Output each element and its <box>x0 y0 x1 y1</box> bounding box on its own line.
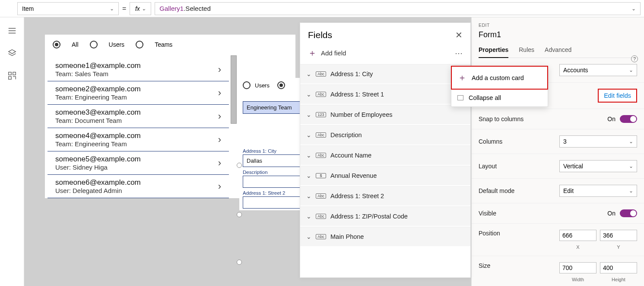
list-item[interactable]: someone1@example.com Team: Sales Team › <box>48 58 229 81</box>
prop-position-x[interactable] <box>559 230 596 241</box>
chevron-down-icon: ⌄ <box>306 172 311 179</box>
list-item-sub: Team: Document Team <box>55 117 141 124</box>
list-item-sub: User: Delegated Admin <box>55 187 141 194</box>
layers-icon[interactable] <box>7 48 17 58</box>
chevron-down-icon: ⌄ <box>306 233 311 240</box>
list-item-sub: Team: Sales Team <box>55 70 141 77</box>
panel-mode-label: EDIT <box>479 22 637 28</box>
radio-users[interactable] <box>90 41 98 48</box>
collapse-icon <box>457 95 463 100</box>
chevron-down-icon: ⌄ <box>142 6 146 12</box>
type-badge: Abc <box>316 71 326 77</box>
toggle-icon <box>620 209 637 217</box>
chevron-right-icon: › <box>218 64 221 75</box>
close-icon[interactable]: ✕ <box>455 30 463 40</box>
field-row[interactable]: ⌄ Abc Address 1: ZIP/Postal Code <box>300 206 470 226</box>
list-item-sub: Team: Engineering Team <box>55 93 141 101</box>
list-item-sub: User: Sidney Higa <box>55 164 141 171</box>
formula-input[interactable]: Gallery1.Selected ⌄ <box>155 2 641 15</box>
radio-all[interactable] <box>53 41 60 48</box>
tab-advanced[interactable]: Advanced <box>545 44 571 58</box>
more-icon[interactable]: ⋯ <box>455 48 463 58</box>
resize-handle[interactable] <box>237 260 242 265</box>
left-rail <box>0 17 24 286</box>
fx-button[interactable]: fx⌄ <box>130 2 151 15</box>
radio-teams-label: Teams <box>155 41 172 48</box>
list-item[interactable]: someone5@example.com User: Sidney Higa › <box>48 151 229 175</box>
svg-rect-0 <box>8 72 11 75</box>
list-item-email: someone3@example.com <box>55 108 141 117</box>
fields-panel-title: Fields <box>308 30 332 40</box>
radio-teams[interactable] <box>136 41 143 48</box>
formula-token-1: Gallery1 <box>159 5 184 12</box>
chevron-right-icon: › <box>218 181 221 192</box>
field-row[interactable]: ⌄ Abc Address 1: City <box>300 64 470 84</box>
chevron-right-icon: › <box>218 157 221 169</box>
field-row-label: Address 1: City <box>330 71 373 77</box>
properties-tabs: Properties Rules Advanced <box>479 44 637 58</box>
tab-rules[interactable]: Rules <box>519 44 534 58</box>
field-row-label: Number of Employees <box>330 111 392 118</box>
resize-handle[interactable] <box>237 163 242 168</box>
field-row-label: Description <box>330 132 362 138</box>
prop-snap-toggle[interactable]: On <box>607 115 637 123</box>
field-row[interactable]: ⌄ $ Annual Revenue <box>300 166 470 185</box>
type-badge: $ <box>316 173 326 178</box>
prop-size-h[interactable] <box>600 262 637 273</box>
field-row-label: Main Phone <box>330 233 364 240</box>
radio-all-label: All <box>72 41 79 48</box>
ctx-add-custom-card[interactable]: ＋ Add a custom card <box>451 66 548 90</box>
list-item-email: someone5@example.com <box>55 155 141 164</box>
prop-columns-label: Columns <box>479 138 502 145</box>
field-row[interactable]: ⌄ Abc Main Phone <box>300 227 470 246</box>
resize-handle[interactable] <box>237 212 242 217</box>
list-item[interactable]: someone2@example.com Team: Engineering T… <box>48 81 229 105</box>
chevron-down-icon: ⌄ <box>306 213 311 220</box>
field-row[interactable]: ⌄ Abc Description <box>300 125 470 145</box>
chevron-down-icon: ⌄ <box>629 67 633 73</box>
field-row-label: Address 1: Street 1 <box>330 91 384 98</box>
prop-defaultmode-label: Default mode <box>479 187 514 194</box>
chevron-down-icon: ⌄ <box>629 188 633 194</box>
property-select-value: Item <box>22 5 34 12</box>
add-field-button[interactable]: ＋ Add field <box>308 47 346 59</box>
field-row[interactable]: ⌄ 123 Number of Employees <box>300 105 470 124</box>
type-badge: Abc <box>316 214 326 219</box>
radio-teams-2[interactable] <box>277 81 285 89</box>
chevron-down-icon: ⌄ <box>306 132 311 138</box>
field-row[interactable]: ⌄ Abc Account Name <box>300 145 470 165</box>
list-item-email: someone6@example.com <box>55 178 141 187</box>
list-item[interactable]: someone6@example.com User: Delegated Adm… <box>48 175 229 198</box>
equals-sign: = <box>122 5 126 13</box>
chevron-down-icon: ⌄ <box>306 71 311 77</box>
field-row-label: Address 1: Street 2 <box>330 193 384 199</box>
help-icon[interactable]: ? <box>631 55 638 62</box>
scrollbar[interactable] <box>231 55 237 124</box>
list-item[interactable]: someone4@example.com Team: Engineering T… <box>48 128 229 151</box>
chevron-right-icon: › <box>218 134 221 145</box>
prop-datasource-select[interactable]: Accounts⌄ <box>559 64 637 76</box>
ctx-collapse-all[interactable]: Collapse all <box>451 89 548 106</box>
field-row[interactable]: ⌄ Abc Address 1: Street 1 <box>300 84 470 104</box>
toggle-icon <box>620 115 637 123</box>
fields-panel: Fields ✕ ＋ Add field ⋯ ⌄ Abc Address 1: … <box>300 22 471 278</box>
prop-defaultmode-select[interactable]: Edit⌄ <box>559 185 637 197</box>
svg-rect-2 <box>8 77 11 79</box>
prop-layout-select[interactable]: Vertical⌄ <box>559 160 637 172</box>
prop-visible-toggle[interactable]: On <box>607 209 637 217</box>
hamburger-icon[interactable] <box>7 26 17 35</box>
radio-users-2-label: Users <box>255 82 270 89</box>
field-row[interactable]: ⌄ Abc Address 1: Street 2 <box>300 186 470 206</box>
list-item[interactable]: someone3@example.com Team: Document Team… <box>48 105 229 128</box>
prop-columns-select[interactable]: 3⌄ <box>559 135 637 148</box>
type-badge: Abc <box>316 234 326 239</box>
tab-properties[interactable]: Properties <box>479 44 508 58</box>
gallery1-list: someone1@example.com Team: Sales Team ›s… <box>48 58 229 198</box>
property-select[interactable]: Item ⌄ <box>17 2 119 15</box>
prop-position-y[interactable] <box>600 230 637 241</box>
prop-size-w[interactable] <box>559 262 596 273</box>
gallery1-filters: All Users Teams <box>45 35 295 58</box>
radio-users-2[interactable] <box>243 81 251 89</box>
edit-fields-button[interactable]: Edit fields <box>598 89 637 103</box>
apps-icon[interactable] <box>7 71 17 80</box>
